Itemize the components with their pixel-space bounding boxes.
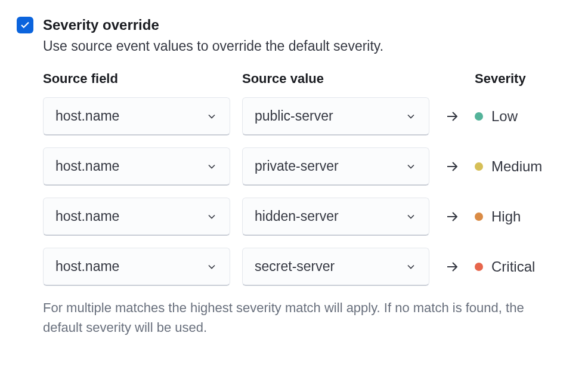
chevron-down-icon	[405, 110, 417, 122]
arrow-right-icon	[445, 210, 459, 224]
severity-dot	[475, 162, 483, 171]
source-value-value: secret-server	[255, 258, 335, 275]
source-value-value: private-server	[255, 158, 339, 174]
column-header-source-field: Source field	[43, 71, 230, 87]
severity-label: Critical	[491, 258, 535, 275]
source-field-dropdown[interactable]: host.name	[43, 97, 230, 135]
check-icon	[20, 20, 30, 30]
chevron-down-icon	[206, 110, 218, 122]
arrow-cell	[441, 109, 463, 124]
arrow-cell	[441, 210, 463, 224]
chevron-down-icon	[405, 211, 417, 223]
source-field-dropdown[interactable]: host.name	[43, 248, 230, 286]
source-value-dropdown[interactable]: public-server	[242, 97, 429, 135]
footer-note: For multiple matches the highest severit…	[43, 298, 532, 337]
arrow-cell	[441, 260, 463, 274]
severity-cell: Critical	[475, 258, 571, 275]
section-description: Use source event values to override the …	[43, 38, 571, 54]
source-field-value: host.name	[55, 108, 119, 124]
severity-label: High	[491, 208, 521, 225]
source-field-value: host.name	[55, 258, 119, 275]
chevron-down-icon	[206, 261, 218, 273]
column-header-source-value: Source value	[242, 71, 429, 87]
source-value-dropdown[interactable]: hidden-server	[242, 198, 429, 236]
chevron-down-icon	[405, 261, 417, 273]
rule-row: host.namepublic-serverLow	[43, 97, 571, 135]
section-title: Severity override	[43, 17, 159, 33]
arrow-right-icon	[445, 109, 459, 124]
severity-cell: High	[475, 208, 571, 225]
source-field-dropdown[interactable]: host.name	[43, 198, 230, 236]
source-value-value: hidden-server	[255, 208, 339, 224]
rule-row: host.namesecret-serverCritical	[43, 248, 571, 286]
column-header-arrow-spacer	[441, 71, 463, 87]
severity-label: Medium	[491, 158, 542, 175]
severity-dot	[475, 112, 483, 121]
arrow-right-icon	[445, 260, 459, 274]
severity-dot	[475, 263, 483, 271]
source-value-dropdown[interactable]: private-server	[242, 147, 429, 186]
source-field-value: host.name	[55, 158, 119, 174]
chevron-down-icon	[206, 211, 218, 223]
source-value-value: public-server	[255, 108, 333, 124]
column-header-severity: Severity	[475, 71, 571, 87]
severity-cell: Low	[475, 108, 571, 125]
chevron-down-icon	[206, 161, 218, 172]
arrow-cell	[441, 159, 463, 174]
source-field-dropdown[interactable]: host.name	[43, 147, 230, 186]
rule-row: host.nameprivate-serverMedium	[43, 147, 571, 186]
source-field-value: host.name	[55, 208, 119, 224]
severity-label: Low	[491, 108, 518, 125]
severity-cell: Medium	[475, 158, 571, 175]
source-value-dropdown[interactable]: secret-server	[242, 248, 429, 286]
rule-row: host.namehidden-serverHigh	[43, 198, 571, 236]
severity-override-checkbox[interactable]	[17, 17, 33, 33]
severity-dot	[475, 212, 483, 221]
arrow-right-icon	[445, 159, 459, 174]
chevron-down-icon	[405, 161, 417, 172]
